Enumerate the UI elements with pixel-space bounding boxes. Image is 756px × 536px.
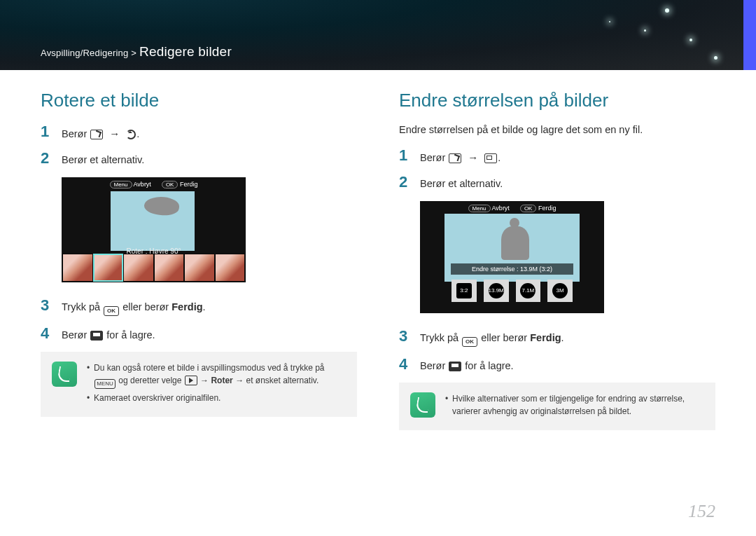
step-2: 2 Berør et alternativ. (41, 151, 357, 167)
info-callout-right: Hvilke alternativer som er tilgjengelige… (399, 383, 715, 430)
page-body: Rotere et bilde 1 Berør → . 2 Berør et a… (0, 70, 756, 430)
header-decoration (483, 0, 735, 70)
resize-icon (484, 153, 497, 163)
shot-topbar: Menu Avbryt OK Ferdig (62, 181, 246, 188)
breadcrumb-section: Avspilling/Redigering > (41, 48, 136, 58)
note-icon (410, 392, 435, 418)
edit-icon (90, 130, 103, 139)
thumb (185, 254, 214, 281)
step-text: Berør → . (420, 148, 500, 165)
side-tab (743, 0, 756, 70)
section-title-resize: Endre størrelsen på bilder (399, 90, 715, 111)
step-4: 4 Berør for å lagre. (41, 326, 357, 342)
playback-icon (185, 376, 197, 385)
menu-button-icon: MENU (94, 379, 115, 389)
step-number: 2 (41, 151, 53, 167)
step-number: 1 (399, 148, 412, 165)
note-item: Kameraet overskriver originalfilen. (87, 392, 346, 404)
page-header: Avspilling/Redigering > Redigere bilder (0, 0, 756, 70)
ok-button-icon: OK (104, 306, 119, 316)
step-number: 3 (399, 329, 412, 347)
step-number: 4 (41, 326, 53, 342)
menu-pill: Menu (110, 181, 132, 188)
intro-text: Endre størrelsen på et bilde og lagre de… (399, 124, 715, 135)
save-icon (90, 331, 103, 341)
size-options: 3:2 13.9M 7.1M 3M (451, 280, 573, 306)
ok-button-icon: OK (462, 337, 477, 347)
section-title-rotate: Rotere et bilde (41, 90, 357, 111)
step-3: 3 Trykk på OK eller berør Ferdig. (399, 329, 715, 347)
step-text: Berør et alternativ. (62, 151, 144, 167)
size-option: 13.9M (484, 280, 509, 302)
step-number: 1 (41, 124, 53, 141)
filmstrip (62, 254, 245, 282)
info-callout-left: Du kan også rotere et bilde i avspilling… (41, 352, 357, 417)
note-item: Du kan også rotere et bilde i avspilling… (87, 362, 346, 389)
step-1: 1 Berør → . (41, 124, 357, 141)
step-4: 4 Berør for å lagre. (399, 357, 715, 373)
screenshot-resize: Menu Avbryt OK Ferdig Endre størrelse : … (420, 201, 604, 313)
breadcrumb-page: Redigere bilder (139, 44, 232, 59)
step-3: 3 Trykk på OK eller berør Ferdig. (41, 298, 357, 316)
step-number: 2 (399, 174, 412, 191)
edit-icon (449, 153, 461, 163)
step-1: 1 Berør → . (399, 148, 715, 165)
thumb (124, 254, 153, 281)
column-resize: Endre størrelsen på bilder Endre størrel… (399, 87, 715, 430)
size-option: 7.1M (516, 280, 541, 302)
size-option: 3:2 (451, 280, 477, 302)
note-icon (52, 362, 77, 387)
note-list: Hvilke alternativer som er tilgjengelige… (445, 392, 704, 420)
step-text: Berør for å lagre. (62, 326, 155, 342)
page-number: 152 (688, 501, 715, 522)
note-list: Du kan også rotere et bilde i avspilling… (87, 362, 346, 407)
step-text: Trykk på OK eller berør Ferdig. (62, 298, 206, 316)
ok-pill: OK (520, 205, 537, 212)
silhouette (501, 226, 529, 260)
breadcrumb: Avspilling/Redigering > Redigere bilder (41, 44, 232, 60)
thumb (63, 254, 92, 281)
shot-preview (111, 191, 195, 251)
thumb (155, 254, 184, 281)
note-item: Hvilke alternativer som er tilgjengelige… (445, 392, 704, 418)
menu-pill: Menu (468, 205, 491, 212)
silhouette (144, 195, 180, 217)
step-number: 3 (41, 298, 53, 316)
step-text: Trykk på OK eller berør Ferdig. (420, 329, 564, 347)
arrow-icon: → (109, 126, 120, 141)
thumb (216, 254, 245, 281)
thumb-selected (94, 254, 123, 281)
save-icon (449, 362, 461, 371)
step-text: Berør et alternativ. (420, 174, 503, 191)
column-rotate: Rotere et bilde 1 Berør → . 2 Berør et a… (41, 87, 357, 430)
step-2: 2 Berør et alternativ. (399, 174, 715, 191)
step-text: Berør → . (62, 124, 139, 141)
size-option: 3M (547, 280, 573, 302)
step-number: 4 (399, 357, 412, 373)
arrow-icon: → (468, 150, 478, 165)
screenshot-rotate: Menu Avbryt OK Ferdig Roter : Høyre 90° (62, 177, 246, 282)
shot-label: Endre størrelse : 13.9M (3:2) (451, 263, 573, 275)
shot-topbar: Menu Avbryt OK Ferdig (420, 205, 604, 212)
step-text: Berør for å lagre. (420, 357, 514, 373)
ok-pill: OK (162, 181, 178, 188)
rotate-icon (126, 130, 136, 139)
